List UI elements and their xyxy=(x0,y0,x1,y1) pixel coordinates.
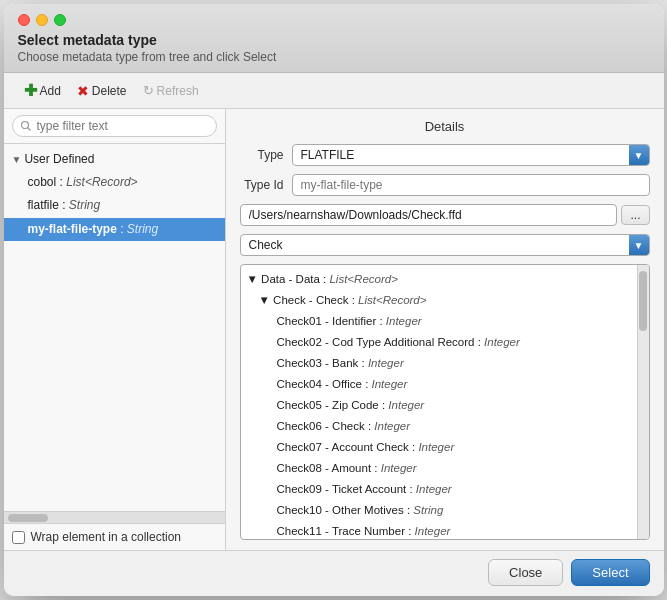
scrollbar-thumb xyxy=(8,514,48,522)
list-item: Check11 - Trace Number : Integer xyxy=(241,521,637,539)
refresh-label: Refresh xyxy=(157,84,199,98)
list-item[interactable]: my-flat-file-type : String xyxy=(4,218,225,241)
select-button[interactable]: Select xyxy=(571,559,649,586)
list-item: ▼ Data - Data : List<Record> xyxy=(241,269,637,290)
typeid-input[interactable] xyxy=(292,174,650,196)
typeid-label: Type Id xyxy=(240,178,284,192)
list-item: Check09 - Ticket Account : Integer xyxy=(241,479,637,500)
list-item: Check05 - Zip Code : Integer xyxy=(241,395,637,416)
dialog-subtitle: Choose metadata type from tree and click… xyxy=(18,50,650,64)
wrap-label: Wrap element in a collection xyxy=(31,530,182,544)
wrap-checkbox[interactable] xyxy=(12,531,25,544)
titlebar: Select metadata type Choose metadata typ… xyxy=(4,4,664,73)
refresh-icon: ↻ xyxy=(143,83,154,98)
type-select-arrow[interactable]: ▼ xyxy=(629,145,649,165)
close-window-button[interactable] xyxy=(18,14,30,26)
dialog-title: Select metadata type xyxy=(18,32,650,48)
toolbar: ✚ Add ✖ Delete ↻ Refresh xyxy=(4,73,664,109)
search-box xyxy=(4,109,225,144)
delete-button[interactable]: ✖ Delete xyxy=(71,81,133,101)
check-select-value: Check xyxy=(241,235,629,255)
maximize-window-button[interactable] xyxy=(54,14,66,26)
list-item: Check10 - Other Motives : String xyxy=(241,500,637,521)
wrap-checkbox-row: Wrap element in a collection xyxy=(4,523,225,550)
list-item: Check02 - Cod Type Additional Record : I… xyxy=(241,332,637,353)
add-label: Add xyxy=(40,84,61,98)
type-label: Type xyxy=(240,148,284,162)
list-item: Check08 - Amount : Integer xyxy=(241,458,637,479)
select-metadata-dialog: Select metadata type Choose metadata typ… xyxy=(4,4,664,596)
list-item: ▼ Check - Check : List<Record> xyxy=(241,290,637,311)
bottom-buttons: Close Select xyxy=(4,550,664,596)
right-panel: Details Type FLATFILE ▼ Type Id ... xyxy=(226,109,664,550)
list-item: Check03 - Bank : Integer xyxy=(241,353,637,374)
list-item: Check04 - Office : Integer xyxy=(241,374,637,395)
data-tree-scrollbar[interactable] xyxy=(637,265,649,539)
typeid-row: Type Id xyxy=(240,174,650,196)
add-button[interactable]: ✚ Add xyxy=(18,79,67,102)
type-value: FLATFILE xyxy=(293,145,629,165)
list-item: Check01 - Identifier : Integer xyxy=(241,311,637,332)
scrollbar-thumb xyxy=(639,271,647,331)
details-header: Details xyxy=(240,119,650,134)
list-item: Check06 - Check : Integer xyxy=(241,416,637,437)
left-panel: ▼ User Defined cobol : List<Record> flat… xyxy=(4,109,226,550)
titlebar-buttons xyxy=(18,14,650,26)
tree-root-label: User Defined xyxy=(24,150,94,169)
path-input[interactable] xyxy=(240,204,618,226)
horizontal-scrollbar[interactable] xyxy=(4,511,225,523)
search-input[interactable] xyxy=(12,115,217,137)
type-select[interactable]: FLATFILE ▼ xyxy=(292,144,650,166)
data-tree-content[interactable]: ▼ Data - Data : List<Record> ▼ Check - C… xyxy=(241,265,637,539)
data-tree: ▼ Data - Data : List<Record> ▼ Check - C… xyxy=(240,264,650,540)
delete-label: Delete xyxy=(92,84,127,98)
minimize-window-button[interactable] xyxy=(36,14,48,26)
list-item: Check07 - Account Check : Integer xyxy=(241,437,637,458)
check-select-arrow[interactable]: ▼ xyxy=(629,235,649,255)
list-item[interactable]: flatfile : String xyxy=(4,194,225,217)
refresh-button[interactable]: ↻ Refresh xyxy=(137,81,205,100)
check-select[interactable]: Check ▼ xyxy=(240,234,650,256)
close-button[interactable]: Close xyxy=(488,559,563,586)
tree-root-item[interactable]: ▼ User Defined xyxy=(4,148,225,171)
type-row: Type FLATFILE ▼ xyxy=(240,144,650,166)
main-content: ▼ User Defined cobol : List<Record> flat… xyxy=(4,109,664,550)
delete-icon: ✖ xyxy=(77,83,89,99)
collapse-icon: ▼ xyxy=(12,152,22,168)
tree-container: ▼ User Defined cobol : List<Record> flat… xyxy=(4,144,225,511)
path-row: ... xyxy=(240,204,650,226)
add-icon: ✚ xyxy=(24,81,37,100)
browse-button[interactable]: ... xyxy=(621,205,649,225)
list-item[interactable]: cobol : List<Record> xyxy=(4,171,225,194)
